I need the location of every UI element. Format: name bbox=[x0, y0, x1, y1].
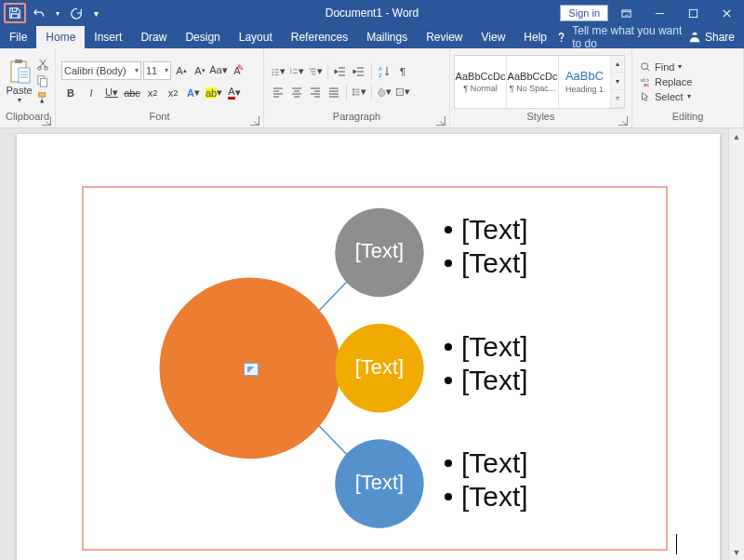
window-title: Document1 - Word bbox=[326, 7, 418, 20]
close-icon[interactable] bbox=[711, 0, 742, 26]
strikethrough-button[interactable]: abc bbox=[123, 84, 141, 102]
bold-button[interactable]: B bbox=[61, 84, 80, 102]
save-icon[interactable] bbox=[4, 3, 26, 23]
clipboard-launcher-icon[interactable] bbox=[42, 116, 51, 126]
line-spacing-icon[interactable]: ▾ bbox=[351, 84, 367, 100]
scroll-up-icon[interactable]: ▲ bbox=[729, 128, 744, 144]
group-font: Calibri (Body)▾ 11▾ A▴ A▾ Aa▾ A✎ B I U▾ … bbox=[56, 48, 264, 127]
tab-mailings[interactable]: Mailings bbox=[357, 26, 417, 48]
justify-icon[interactable] bbox=[326, 84, 342, 100]
sign-in-button[interactable]: Sign in bbox=[560, 5, 608, 21]
font-name-combo[interactable]: Calibri (Body)▾ bbox=[61, 61, 141, 80]
grow-font-icon[interactable]: A▴ bbox=[173, 62, 190, 79]
styles-gallery[interactable]: AaBbCcDc¶ Normal AaBbCcDc¶ No Spac... Aa… bbox=[454, 55, 625, 109]
tab-view[interactable]: View bbox=[472, 26, 515, 48]
borders-icon[interactable]: ▾ bbox=[394, 84, 411, 100]
tab-insert[interactable]: Insert bbox=[85, 26, 131, 48]
tab-home[interactable]: Home bbox=[36, 26, 85, 48]
sort-icon[interactable]: AZ bbox=[376, 63, 392, 80]
editing-group-label: Editing bbox=[672, 111, 704, 122]
smartart-svg: [Text] [Text] [Text] bbox=[84, 188, 666, 551]
styles-launcher-icon[interactable] bbox=[618, 116, 628, 126]
page[interactable]: [Text] [Text] [Text] [Text] [Text] [Text… bbox=[17, 134, 720, 560]
svg-point-11 bbox=[272, 72, 272, 73]
cut-icon[interactable] bbox=[36, 58, 49, 73]
show-marks-icon[interactable]: ¶ bbox=[394, 63, 411, 80]
tab-references[interactable]: References bbox=[282, 26, 357, 48]
paragraph-launcher-icon[interactable] bbox=[436, 116, 445, 126]
undo-icon[interactable] bbox=[28, 3, 50, 23]
font-group-label: Font bbox=[149, 111, 169, 122]
ribbon: Paste ▾ Clipboard Calibri (Body)▾ 11▾ A▴… bbox=[0, 48, 744, 128]
subscript-button[interactable]: x2 bbox=[143, 84, 162, 102]
svg-rect-3 bbox=[15, 60, 22, 63]
bullets-group-2: [Text] [Text] bbox=[445, 327, 528, 400]
align-right-icon[interactable] bbox=[307, 84, 324, 100]
group-editing: Find ▾ abacReplace Select ▾ Editing bbox=[632, 48, 744, 127]
underline-button[interactable]: U▾ bbox=[102, 84, 121, 102]
tell-me-label: Tell me what you want to do bbox=[572, 24, 683, 50]
change-case-icon[interactable]: Aa▾ bbox=[210, 62, 227, 79]
bullets-group-3: [Text] [Text] bbox=[445, 444, 528, 516]
bullets-icon[interactable]: ▾ bbox=[270, 63, 286, 80]
font-launcher-icon[interactable] bbox=[250, 116, 259, 126]
document-area: [Text] [Text] [Text] [Text] [Text] [Text… bbox=[0, 128, 744, 560]
numbering-icon[interactable]: 12▾ bbox=[288, 63, 305, 80]
styles-more-icon[interactable]: ▴▾▿ bbox=[611, 56, 624, 108]
group-clipboard: Paste ▾ Clipboard bbox=[0, 48, 56, 127]
qat-customize-icon[interactable]: ▾ bbox=[89, 3, 102, 23]
tab-layout[interactable]: Layout bbox=[230, 26, 282, 48]
tab-draw[interactable]: Draw bbox=[131, 26, 176, 48]
svg-text:[Text]: [Text] bbox=[355, 355, 404, 379]
decrease-indent-icon[interactable] bbox=[332, 63, 349, 80]
shading-icon[interactable]: ▾ bbox=[376, 84, 392, 100]
highlight-icon[interactable]: ab▾ bbox=[205, 84, 223, 102]
increase-indent-icon[interactable] bbox=[351, 63, 367, 80]
maximize-icon[interactable] bbox=[677, 0, 709, 26]
quick-access-toolbar: ▾ ▾ bbox=[0, 3, 102, 23]
share-button[interactable]: Share bbox=[688, 31, 735, 44]
italic-button[interactable]: I bbox=[82, 84, 100, 102]
tab-help[interactable]: Help bbox=[514, 26, 556, 48]
font-color-icon[interactable]: A▾ bbox=[225, 84, 244, 102]
replace-button[interactable]: abacReplace bbox=[638, 75, 694, 88]
superscript-button[interactable]: x2 bbox=[164, 84, 182, 102]
align-left-icon[interactable] bbox=[270, 84, 286, 100]
tab-review[interactable]: Review bbox=[417, 26, 472, 48]
align-center-icon[interactable] bbox=[288, 84, 305, 100]
tab-design[interactable]: Design bbox=[176, 26, 229, 48]
svg-point-18 bbox=[642, 62, 648, 69]
picture-placeholder-icon[interactable] bbox=[244, 363, 259, 376]
style-heading1[interactable]: AaBbCHeading 1 bbox=[559, 56, 611, 108]
minimize-icon[interactable] bbox=[644, 0, 675, 26]
ribbon-options-icon[interactable] bbox=[610, 0, 642, 26]
vertical-scrollbar[interactable]: ▲ ▼ bbox=[728, 128, 744, 560]
svg-rect-9 bbox=[39, 92, 46, 96]
text-cursor bbox=[676, 534, 677, 554]
find-button[interactable]: Find ▾ bbox=[638, 60, 694, 73]
style-no-spacing[interactable]: AaBbCcDc¶ No Spac... bbox=[507, 56, 559, 108]
undo-dropdown-icon[interactable]: ▾ bbox=[52, 3, 63, 23]
copy-icon[interactable] bbox=[36, 74, 49, 89]
svg-text:A: A bbox=[379, 66, 382, 72]
style-normal[interactable]: AaBbCcDc¶ Normal bbox=[455, 56, 507, 108]
redo-icon[interactable] bbox=[65, 3, 87, 23]
font-size-combo[interactable]: 11▾ bbox=[143, 61, 171, 80]
text-effects-icon[interactable]: A▾ bbox=[184, 84, 203, 102]
clear-formatting-icon[interactable]: A✎ bbox=[229, 62, 246, 79]
tell-me-search[interactable]: Tell me what you want to do bbox=[556, 24, 683, 50]
svg-point-10 bbox=[272, 69, 272, 70]
paste-button[interactable]: Paste ▾ bbox=[6, 59, 33, 104]
tab-file[interactable]: File bbox=[0, 26, 36, 48]
svg-text:ac: ac bbox=[644, 82, 649, 87]
svg-rect-8 bbox=[40, 78, 46, 87]
select-button[interactable]: Select ▾ bbox=[638, 90, 694, 103]
multilevel-list-icon[interactable]: ▾ bbox=[307, 63, 324, 80]
group-paragraph: ▾ 12▾ ▾ AZ ¶ ▾ bbox=[264, 48, 450, 127]
smartart-object[interactable]: [Text] [Text] [Text] [Text] [Text] [Text… bbox=[82, 186, 668, 551]
scroll-down-icon[interactable]: ▼ bbox=[729, 544, 744, 560]
shrink-font-icon[interactable]: A▾ bbox=[192, 62, 208, 79]
bullets-group-1: [Text] [Text] bbox=[445, 210, 528, 283]
format-painter-icon[interactable] bbox=[36, 91, 49, 106]
svg-text:[Text]: [Text] bbox=[355, 471, 404, 494]
